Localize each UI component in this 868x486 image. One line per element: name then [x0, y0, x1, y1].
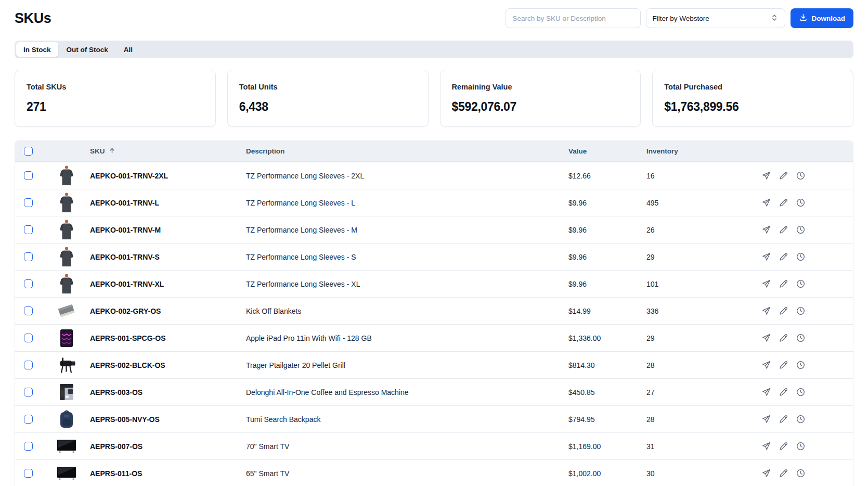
- edit-button[interactable]: [779, 360, 788, 370]
- send-button[interactable]: [761, 252, 771, 262]
- history-button[interactable]: [796, 252, 806, 262]
- tv-product-thumbnail: [57, 436, 76, 457]
- description-column-header[interactable]: Description: [246, 147, 568, 155]
- history-button[interactable]: [796, 360, 806, 370]
- download-icon: [799, 13, 808, 23]
- stat-card-label: Total Units: [239, 83, 417, 91]
- inventory-cell: 30: [646, 469, 767, 478]
- history-clock-icon: [796, 333, 806, 343]
- webstore-filter-label: Filter by Webstore: [653, 15, 709, 22]
- sku-column-header[interactable]: SKU: [90, 147, 246, 156]
- row-checkbox[interactable]: [24, 442, 33, 451]
- edit-button[interactable]: [779, 225, 788, 235]
- row-checkbox[interactable]: [24, 334, 33, 342]
- select-all-checkbox[interactable]: [24, 147, 33, 156]
- sku-cell: AEPKO-001-TRNV-XL: [90, 280, 164, 288]
- tv-product-thumbnail: [57, 463, 76, 484]
- stock-filter-tab[interactable]: In Stock: [16, 42, 58, 57]
- send-icon: [761, 387, 771, 397]
- description-cell: Apple iPad Pro 11in With Wifi - 128 GB: [246, 334, 568, 342]
- edit-pencil-icon: [779, 198, 788, 208]
- row-checkbox[interactable]: [24, 415, 33, 424]
- stock-filter-tab[interactable]: Out of Stock: [59, 42, 115, 57]
- edit-pencil-icon: [779, 441, 788, 451]
- stat-card-label: Remaining Value: [452, 83, 629, 91]
- row-checkbox[interactable]: [24, 225, 33, 234]
- stock-filter-tab[interactable]: All: [116, 42, 140, 57]
- tab-label: Out of Stock: [67, 46, 108, 54]
- row-checkbox[interactable]: [24, 279, 33, 288]
- send-button[interactable]: [761, 387, 771, 397]
- send-button[interactable]: [761, 225, 771, 235]
- inventory-cell: 29: [646, 253, 767, 261]
- send-button[interactable]: [761, 414, 771, 424]
- edit-button[interactable]: [779, 279, 788, 289]
- value-cell: $9.96: [568, 253, 646, 261]
- stock-filter-tabs: In Stock Out of Stock All: [15, 41, 853, 58]
- send-button[interactable]: [761, 306, 771, 316]
- row-checkbox[interactable]: [24, 252, 33, 261]
- edit-button[interactable]: [779, 387, 788, 397]
- table-row: AEPRS-003-OS Delonghi All-In-One Coffee …: [15, 378, 853, 405]
- download-button[interactable]: Download: [791, 8, 854, 28]
- send-button[interactable]: [761, 198, 771, 208]
- history-button[interactable]: [796, 333, 806, 343]
- description-cell: TZ Performance Long Sleeves - M: [246, 226, 568, 234]
- sku-column-label: SKU: [90, 147, 105, 155]
- edit-button[interactable]: [779, 252, 788, 262]
- send-icon: [761, 441, 771, 451]
- row-checkbox[interactable]: [24, 388, 33, 397]
- value-cell: $450.85: [568, 388, 646, 397]
- inventory-cell: 101: [646, 280, 767, 288]
- inventory-cell: 26: [646, 226, 767, 234]
- coffee-product-thumbnail: [57, 382, 76, 403]
- history-button[interactable]: [796, 198, 806, 208]
- sku-cell: AEPRS-005-NVY-OS: [90, 415, 160, 424]
- edit-button[interactable]: [779, 468, 788, 478]
- sort-ascending-icon: [109, 147, 115, 156]
- webstore-filter-select[interactable]: Filter by Webstore: [646, 8, 785, 28]
- send-button[interactable]: [761, 441, 771, 451]
- history-button[interactable]: [796, 441, 806, 451]
- edit-button[interactable]: [779, 333, 788, 343]
- shirt-product-thumbnail: [57, 247, 76, 267]
- history-clock-icon: [796, 252, 806, 262]
- send-button[interactable]: [761, 468, 771, 478]
- edit-button[interactable]: [779, 198, 788, 208]
- edit-button[interactable]: [779, 441, 788, 451]
- value-cell: $9.96: [568, 226, 646, 234]
- edit-button[interactable]: [779, 171, 788, 181]
- history-button[interactable]: [796, 225, 806, 235]
- row-checkbox[interactable]: [24, 361, 33, 369]
- edit-pencil-icon: [779, 279, 788, 289]
- row-checkbox[interactable]: [24, 306, 33, 315]
- history-button[interactable]: [796, 306, 806, 316]
- row-checkbox[interactable]: [24, 469, 33, 478]
- value-column-header[interactable]: Value: [568, 147, 646, 155]
- history-button[interactable]: [796, 279, 806, 289]
- search-input[interactable]: [506, 8, 641, 28]
- history-button[interactable]: [796, 387, 806, 397]
- download-button-label: Download: [812, 15, 846, 22]
- inventory-column-header[interactable]: Inventory: [646, 147, 767, 155]
- row-checkbox[interactable]: [24, 171, 33, 180]
- send-button[interactable]: [761, 333, 771, 343]
- send-icon: [761, 171, 771, 181]
- send-button[interactable]: [761, 279, 771, 289]
- send-icon: [761, 414, 771, 424]
- send-button[interactable]: [761, 171, 771, 181]
- description-cell: TZ Performance Long Sleeves - S: [246, 253, 568, 261]
- row-checkbox[interactable]: [24, 198, 33, 207]
- shirt-product-thumbnail: [57, 165, 76, 186]
- history-button[interactable]: [796, 171, 806, 181]
- history-button[interactable]: [796, 468, 806, 478]
- history-clock-icon: [796, 414, 806, 424]
- edit-button[interactable]: [779, 306, 788, 316]
- stat-card: Total Purchased $1,763,899.56: [652, 70, 853, 127]
- send-button[interactable]: [761, 360, 771, 370]
- description-cell: TZ Performance Long Sleeves - L: [246, 199, 568, 207]
- edit-button[interactable]: [779, 414, 788, 424]
- stat-card-value: $592,076.07: [452, 100, 629, 114]
- table-row: AEPKO-002-GRY-OS Kick Off Blankets $14.9…: [15, 297, 853, 324]
- history-button[interactable]: [796, 414, 806, 424]
